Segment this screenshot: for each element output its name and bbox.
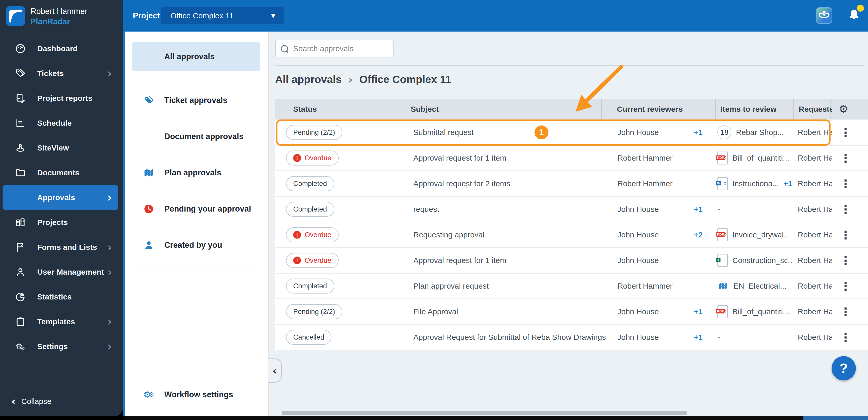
column-header-status[interactable]: Status <box>293 99 317 119</box>
column-header-subject[interactable]: Subject <box>411 99 439 119</box>
statistics-icon <box>14 291 26 303</box>
search-box[interactable] <box>275 40 394 57</box>
table-row[interactable]: CompletedApproval request for 2 itemsRob… <box>275 171 868 197</box>
row-menu-kebab-icon[interactable]: ⋮ <box>840 331 851 344</box>
help-button[interactable]: ? <box>832 356 856 381</box>
column-header-current-reviewers[interactable]: Current reviewers <box>617 99 683 119</box>
items-to-review-cell[interactable]: - <box>717 205 720 214</box>
approvals-filter-ticket-approvals[interactable]: Ticket approvals <box>132 86 260 115</box>
approvals-filter-pending-your-approval[interactable]: Pending your approval <box>132 195 260 223</box>
items-to-review-cell[interactable]: PDFBill_of_quantiti... <box>717 151 789 165</box>
items-to-review-cell[interactable]: PDFInvoice_drywal... <box>717 228 790 241</box>
table-row[interactable]: !OverdueRequesting approvalJohn House+2P… <box>275 222 868 248</box>
search-input[interactable] <box>293 44 381 53</box>
table-row[interactable]: CancelledApproval Request for Submittal … <box>275 325 868 351</box>
filter-label: Document approvals <box>164 132 244 141</box>
sidebar-item-tickets[interactable]: Tickets› <box>3 61 118 86</box>
reviewer-extra-count[interactable]: +1 <box>673 128 703 137</box>
reviewer-extra-count[interactable]: +2 <box>673 230 703 239</box>
planradar-logo-icon[interactable] <box>6 6 25 26</box>
row-menu-kebab-icon[interactable]: ⋮ <box>840 254 851 267</box>
connect-icon <box>817 9 831 22</box>
sidebar-item-settings[interactable]: ⚙⚙Settings› <box>3 334 118 359</box>
sidebar-item-templates[interactable]: Templates› <box>3 309 118 334</box>
table-settings-gear-icon[interactable]: ⚙ <box>839 99 848 119</box>
approvals-filter-all-approvals[interactable]: All approvals <box>132 42 260 71</box>
items-extra-count[interactable]: +1 <box>783 179 792 188</box>
row-menu-kebab-icon[interactable]: ⋮ <box>840 228 851 242</box>
project-selector[interactable]: Office Complex 11 ▼ <box>161 7 284 24</box>
row-menu-kebab-icon[interactable]: ⋮ <box>840 151 851 165</box>
items-to-review-cell[interactable]: 18Rebar Shop... <box>717 125 784 139</box>
subject-cell[interactable]: Requesting approval <box>413 230 485 239</box>
requester-cell: Robert Ha <box>798 256 832 265</box>
items-to-review-cell[interactable]: - <box>717 333 720 342</box>
breadcrumb-all-approvals[interactable]: All approvals <box>275 74 342 86</box>
sidebar-item-dashboard[interactable]: Dashboard <box>3 36 118 61</box>
table-row[interactable]: !OverdueApproval request for 1 itemRober… <box>275 146 868 171</box>
sidebar-item-label: Documents <box>37 168 79 177</box>
sidebar-item-approvals[interactable]: Approvals› <box>3 185 118 210</box>
subject-cell[interactable]: Plan approval request <box>413 282 489 290</box>
panel-collapse-handle[interactable]: ‹ <box>268 359 282 383</box>
forms-icon <box>14 241 26 253</box>
table-row[interactable]: Pending (2/2)File ApprovalJohn House+1PD… <box>275 299 868 325</box>
subject-cell[interactable]: Submittal request <box>413 128 473 137</box>
items-to-review-cell[interactable]: PDFBill_of_quantiti... <box>717 305 789 318</box>
subject-cell[interactable]: Approval request for 1 item <box>413 153 506 162</box>
table-row[interactable]: CompletedrequestJohn House+1-Robert Ha⋮ <box>275 197 868 222</box>
breadcrumb: All approvals › Office Complex 11 <box>275 74 451 86</box>
subject-cell[interactable]: Approval request for 1 item <box>413 256 506 265</box>
status-badge: Completed <box>286 176 334 191</box>
collapse-button[interactable]: ‹ Collapse <box>11 396 52 407</box>
reviewer-extra-count[interactable]: +1 <box>673 333 703 342</box>
items-to-review-cell[interactable]: EN_Electrical... <box>717 281 786 291</box>
reviewer-extra-count[interactable]: +1 <box>673 307 703 316</box>
horizontal-scrollbar[interactable] <box>282 411 687 415</box>
table-row[interactable]: CompletedPlan approval requestRobert Ham… <box>275 274 868 299</box>
sidebar-item-projects[interactable]: Projects <box>3 210 118 235</box>
breadcrumb-project: Office Complex 11 <box>359 74 451 86</box>
approvals-filter-document-approvals[interactable]: Document approvals <box>132 122 260 151</box>
subject-cell[interactable]: request <box>413 205 439 214</box>
column-header-requester[interactable]: Requester <box>799 99 832 119</box>
reviewer-extra-count[interactable]: +1 <box>673 205 703 214</box>
sidebar-item-documents[interactable]: Documents <box>3 160 118 185</box>
items-file-name: - <box>717 333 720 342</box>
table-row[interactable]: !OverdueApproval request for 1 itemJohn … <box>275 248 868 274</box>
connect-app-button[interactable] <box>816 7 832 24</box>
sidebar-item-project-reports[interactable]: Project reports <box>3 86 118 111</box>
excel-file-icon: X <box>717 254 728 267</box>
approvals-filter-plan-approvals[interactable]: Plan approvals <box>132 158 260 187</box>
row-menu-kebab-icon[interactable]: ⋮ <box>840 126 851 139</box>
row-menu-kebab-icon[interactable]: ⋮ <box>840 177 851 190</box>
subject-cell[interactable]: Approval Request for Submittal of Reba S… <box>413 333 606 342</box>
subject-cell[interactable]: Approval request for 2 items <box>413 179 510 188</box>
row-menu-kebab-icon[interactable]: ⋮ <box>840 280 851 293</box>
items-to-review-cell[interactable]: XConstruction_sc... <box>717 254 793 267</box>
reviewer-cell: John House <box>617 256 659 265</box>
sidebar-item-schedule[interactable]: Schedule <box>3 111 118 136</box>
sidebar-item-user-management[interactable]: User Management› <box>3 260 118 284</box>
column-header-items-to-review[interactable]: Items to review <box>720 99 777 119</box>
collapse-label: Collapse <box>21 397 52 406</box>
status-label: Completed <box>293 205 327 213</box>
column-separator <box>601 99 602 119</box>
row-menu-kebab-icon[interactable]: ⋮ <box>840 305 851 318</box>
sidebar: Robert Hammer PlanRadar DashboardTickets… <box>0 0 123 416</box>
filter-label: Created by you <box>164 241 222 250</box>
pdf-file-icon: PDF <box>717 151 728 165</box>
items-to-review-cell[interactable]: WInstructiona...+1 <box>717 177 792 190</box>
sidebar-item-forms-and-lists[interactable]: Forms and Lists› <box>3 235 118 260</box>
subject-cell[interactable]: File Approval <box>413 307 458 316</box>
row-menu-kebab-icon[interactable]: ⋮ <box>840 203 851 216</box>
sidebar-item-siteview[interactable]: SiteView <box>3 136 118 160</box>
status-badge: !Overdue <box>286 253 339 268</box>
reviewer-cell: John House <box>617 128 659 137</box>
sidebar-item-statistics[interactable]: Statistics <box>3 284 118 309</box>
approvals-filter-created-by-you[interactable]: Created by you <box>132 231 260 260</box>
table-row[interactable]: Pending (2/2)Submittal request1John Hous… <box>275 120 868 146</box>
divider <box>134 81 259 81</box>
column-separator <box>715 99 716 119</box>
workflow-settings-button[interactable]: ⚙⚙ Workflow settings <box>132 380 260 409</box>
